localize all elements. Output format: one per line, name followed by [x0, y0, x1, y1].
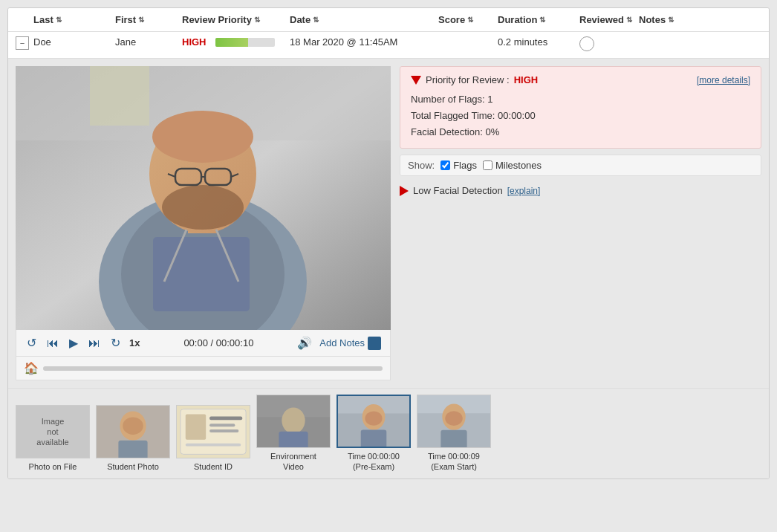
thumb-photo-on-file[interactable]: Imagenotavailable Photo on File: [16, 405, 90, 472]
priority-triangle-icon: [411, 76, 421, 85]
skip-frame-button[interactable]: ⏭: [87, 337, 102, 350]
col-header-review-priority[interactable]: Review Priority ⇅: [182, 14, 290, 25]
col-header-notes[interactable]: Notes ⇅: [639, 14, 683, 25]
sort-icon-date: ⇅: [313, 16, 319, 24]
progress-home-icon: 🏠: [24, 361, 39, 375]
rewind-button[interactable]: ↺: [25, 336, 38, 350]
svg-point-14: [152, 111, 253, 163]
table-row: − Doe Jane HIGH 18 Mar 2020 @ 11:45AM 0.…: [8, 32, 769, 59]
thumb-environment-video[interactable]: Environment Video: [256, 395, 331, 473]
thumb-img-exam-start: [417, 395, 491, 448]
priority-label-text: Priority for Review :: [426, 74, 510, 85]
col-header-last[interactable]: Last ⇅: [33, 14, 115, 25]
col-header-date[interactable]: Date ⇅: [290, 14, 438, 25]
thumb-img-student-id: [176, 405, 250, 458]
col-header-first[interactable]: First ⇅: [115, 14, 182, 25]
svg-point-40: [445, 411, 463, 426]
milestones-checkbox[interactable]: [483, 160, 492, 170]
svg-rect-2: [90, 66, 149, 126]
video-controls: ↺ ⏮ ▶ ⏭ ↻ 1x 00:00 / 00:00:10 🔊 Add Note…: [16, 330, 391, 357]
sort-icon-duration: ⇅: [539, 16, 545, 24]
col-header-reviewed[interactable]: Reviewed ⇅: [579, 14, 639, 25]
right-panel: Priority for Review : HIGH [more details…: [400, 66, 761, 380]
svg-point-30: [282, 407, 305, 433]
video-content: [16, 66, 391, 330]
collapse-cell: −: [16, 36, 33, 50]
svg-rect-31: [279, 432, 308, 448]
facial-detection: Facial Detection: 0%: [411, 124, 750, 140]
svg-rect-27: [186, 444, 241, 447]
flag-triangle-icon: [400, 186, 409, 196]
cell-last: Doe: [33, 36, 115, 48]
col-header-duration[interactable]: Duration ⇅: [498, 14, 579, 25]
explain-link[interactable]: [explain]: [507, 186, 541, 196]
flags-checkbox-label[interactable]: Flags: [440, 160, 477, 171]
thumb-img-environment-video: [256, 395, 331, 448]
thumbnails-row: Imagenotavailable Photo on File Student …: [8, 388, 769, 479]
sort-icon-first: ⇅: [138, 16, 144, 24]
sort-icon-reviewed: ⇅: [626, 16, 632, 24]
thumb-img-no-image: Imagenotavailable: [16, 405, 90, 458]
video-section: ↺ ⏮ ▶ ⏭ ↻ 1x 00:00 / 00:00:10 🔊 Add Note…: [16, 66, 391, 380]
reviewed-circle[interactable]: [579, 36, 594, 51]
cell-reviewed: [579, 36, 639, 53]
progress-bar-area: 🏠: [16, 357, 391, 380]
show-row: Show: Flags Milestones: [400, 155, 761, 176]
svg-rect-41: [440, 430, 466, 448]
progress-track[interactable]: [43, 366, 383, 371]
expanded-area: ↺ ⏮ ▶ ⏭ ↻ 1x 00:00 / 00:00:10 🔊 Add Note…: [8, 59, 769, 388]
thumb-label-student-photo: Student Photo: [107, 461, 159, 472]
svg-rect-20: [118, 441, 147, 458]
cell-duration: 0.2 minutes: [498, 36, 579, 48]
flag-text: Low Facial Detection: [413, 185, 503, 196]
thumb-pre-exam[interactable]: Time 00:00:00 (Pre-Exam): [337, 395, 411, 473]
flags-count: Number of Flags: 1: [411, 91, 750, 108]
thumb-student-id[interactable]: Student ID: [176, 405, 250, 472]
svg-rect-24: [209, 417, 242, 421]
volume-icon[interactable]: 🔊: [297, 336, 312, 350]
svg-point-35: [365, 412, 382, 426]
main-container: Last ⇅ First ⇅ Review Priority ⇅ Date ⇅ …: [7, 7, 770, 479]
collapse-button[interactable]: −: [16, 36, 29, 50]
cell-first: Jane: [115, 36, 182, 48]
thumb-student-photo[interactable]: Student Photo: [96, 405, 170, 472]
milestones-checkbox-label[interactable]: Milestones: [483, 160, 542, 171]
thumb-img-student-photo: [96, 405, 170, 458]
thumb-label-exam-start: Time 00:00:09 (Exam Start): [428, 451, 480, 473]
skip-to-start-button[interactable]: ⏮: [45, 337, 60, 350]
priority-card-header: Priority for Review : HIGH [more details…: [411, 74, 750, 85]
priority-bar: [215, 38, 275, 47]
add-notes-button[interactable]: Add Notes: [319, 337, 381, 350]
svg-point-19: [123, 418, 143, 435]
notes-icon: [368, 337, 381, 350]
more-details-link[interactable]: [more details]: [697, 75, 750, 85]
cell-date: 18 Mar 2020 @ 11:45AM: [290, 36, 438, 48]
thumb-label-photo-on-file: Photo on File: [29, 461, 77, 472]
flags-checkbox[interactable]: [440, 160, 450, 170]
show-label: Show:: [408, 160, 435, 171]
time-display: 00:00 / 00:00:10: [147, 337, 290, 348]
priority-title: Priority for Review : HIGH: [411, 74, 538, 85]
speed-label: 1x: [129, 337, 140, 348]
thumb-label-student-id: Student ID: [194, 461, 233, 472]
play-button[interactable]: ▶: [68, 336, 79, 350]
priority-bar-fill: [215, 38, 248, 47]
svg-point-8: [162, 185, 244, 230]
thumb-exam-start[interactable]: Time 00:00:09 (Exam Start): [417, 395, 491, 473]
priority-value: HIGH: [514, 74, 539, 85]
svg-rect-23: [186, 415, 206, 440]
fast-forward-button[interactable]: ↻: [109, 336, 122, 350]
thumb-label-environment-video: Environment Video: [270, 451, 316, 473]
sort-icon-last: ⇅: [56, 16, 62, 24]
priority-badge: HIGH: [182, 36, 207, 48]
thumb-img-pre-exam: [337, 395, 411, 448]
flagged-time: Total Flagged Time: 00:00:00: [411, 108, 750, 124]
priority-card: Priority for Review : HIGH [more details…: [400, 66, 761, 149]
table-header: Last ⇅ First ⇅ Review Priority ⇅ Date ⇅ …: [8, 8, 769, 32]
sort-icon-notes: ⇅: [668, 16, 674, 24]
cell-review-priority: HIGH: [182, 36, 290, 48]
sort-icon-review-priority: ⇅: [254, 16, 260, 24]
col-header-score[interactable]: Score ⇅: [438, 14, 498, 25]
thumb-label-pre-exam: Time 00:00:00 (Pre-Exam): [348, 451, 400, 473]
flag-row: Low Facial Detection [explain]: [400, 182, 761, 199]
